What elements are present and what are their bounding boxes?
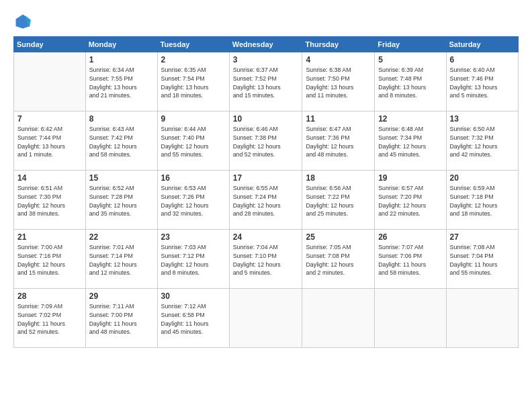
day-number: 11 xyxy=(306,114,371,124)
day-number: 17 xyxy=(233,173,299,183)
calendar-cell xyxy=(14,52,86,111)
page: SundayMondayTuesdayWednesdayThursdayFrid… xyxy=(0,0,532,411)
calendar-header-row: SundayMondayTuesdayWednesdayThursdayFrid… xyxy=(14,37,519,52)
calendar: SundayMondayTuesdayWednesdayThursdayFrid… xyxy=(13,36,519,348)
calendar-cell: 30Sunrise: 7:12 AM Sunset: 6:58 PM Dayli… xyxy=(157,289,229,348)
day-number: 2 xyxy=(161,55,226,64)
day-info: Sunrise: 7:09 AM Sunset: 7:02 PM Dayligh… xyxy=(17,302,82,336)
day-of-week-header: Sunday xyxy=(14,37,86,52)
calendar-cell: 14Sunrise: 6:51 AM Sunset: 7:30 PM Dayli… xyxy=(14,171,86,230)
calendar-cell: 28Sunrise: 7:09 AM Sunset: 7:02 PM Dayli… xyxy=(14,289,86,348)
day-info: Sunrise: 7:04 AM Sunset: 7:10 PM Dayligh… xyxy=(233,243,299,277)
calendar-week-row: 14Sunrise: 6:51 AM Sunset: 7:30 PM Dayli… xyxy=(14,171,519,230)
day-info: Sunrise: 6:40 AM Sunset: 7:46 PM Dayligh… xyxy=(450,66,515,100)
logo-icon xyxy=(13,12,32,31)
day-number: 9 xyxy=(161,114,226,124)
day-number: 26 xyxy=(378,232,442,242)
day-number: 13 xyxy=(450,114,515,124)
day-info: Sunrise: 6:42 AM Sunset: 7:44 PM Dayligh… xyxy=(17,125,82,159)
day-number: 7 xyxy=(17,114,82,124)
day-number: 28 xyxy=(17,291,82,301)
day-info: Sunrise: 6:39 AM Sunset: 7:48 PM Dayligh… xyxy=(378,66,442,100)
day-info: Sunrise: 7:03 AM Sunset: 7:12 PM Dayligh… xyxy=(161,243,226,277)
calendar-cell: 12Sunrise: 6:48 AM Sunset: 7:34 PM Dayli… xyxy=(375,111,446,171)
calendar-cell: 4Sunrise: 6:38 AM Sunset: 7:50 PM Daylig… xyxy=(302,52,375,111)
calendar-week-row: 1Sunrise: 6:34 AM Sunset: 7:55 PM Daylig… xyxy=(14,52,519,111)
calendar-cell: 21Sunrise: 7:00 AM Sunset: 7:16 PM Dayli… xyxy=(14,230,86,289)
calendar-cell: 10Sunrise: 6:46 AM Sunset: 7:38 PM Dayli… xyxy=(229,111,302,171)
day-info: Sunrise: 6:55 AM Sunset: 7:24 PM Dayligh… xyxy=(233,184,299,218)
day-info: Sunrise: 7:07 AM Sunset: 7:06 PM Dayligh… xyxy=(378,243,442,277)
day-of-week-header: Thursday xyxy=(302,37,375,52)
calendar-cell xyxy=(229,289,302,348)
calendar-cell xyxy=(446,289,518,348)
day-number: 20 xyxy=(450,173,515,183)
day-number: 30 xyxy=(161,291,226,301)
calendar-cell: 13Sunrise: 6:50 AM Sunset: 7:32 PM Dayli… xyxy=(446,111,518,171)
calendar-week-row: 21Sunrise: 7:00 AM Sunset: 7:16 PM Dayli… xyxy=(14,230,519,289)
calendar-week-row: 7Sunrise: 6:42 AM Sunset: 7:44 PM Daylig… xyxy=(14,111,519,171)
day-info: Sunrise: 7:12 AM Sunset: 6:58 PM Dayligh… xyxy=(161,302,226,336)
day-info: Sunrise: 6:50 AM Sunset: 7:32 PM Dayligh… xyxy=(450,125,515,159)
day-of-week-header: Saturday xyxy=(446,37,518,52)
day-info: Sunrise: 6:43 AM Sunset: 7:42 PM Dayligh… xyxy=(89,125,154,159)
day-number: 23 xyxy=(161,232,226,242)
calendar-cell: 20Sunrise: 6:59 AM Sunset: 7:18 PM Dayli… xyxy=(446,171,518,230)
calendar-cell: 5Sunrise: 6:39 AM Sunset: 7:48 PM Daylig… xyxy=(375,52,446,111)
calendar-cell xyxy=(302,289,375,348)
day-info: Sunrise: 6:34 AM Sunset: 7:55 PM Dayligh… xyxy=(89,66,154,100)
day-number: 12 xyxy=(378,114,442,124)
calendar-week-row: 28Sunrise: 7:09 AM Sunset: 7:02 PM Dayli… xyxy=(14,289,519,348)
calendar-cell: 9Sunrise: 6:44 AM Sunset: 7:40 PM Daylig… xyxy=(157,111,229,171)
calendar-cell: 11Sunrise: 6:47 AM Sunset: 7:36 PM Dayli… xyxy=(302,111,375,171)
calendar-cell: 17Sunrise: 6:55 AM Sunset: 7:24 PM Dayli… xyxy=(229,171,302,230)
day-info: Sunrise: 6:48 AM Sunset: 7:34 PM Dayligh… xyxy=(378,125,442,159)
calendar-cell: 25Sunrise: 7:05 AM Sunset: 7:08 PM Dayli… xyxy=(302,230,375,289)
day-info: Sunrise: 6:52 AM Sunset: 7:28 PM Dayligh… xyxy=(89,184,154,218)
day-number: 25 xyxy=(306,232,371,242)
calendar-cell: 18Sunrise: 6:56 AM Sunset: 7:22 PM Dayli… xyxy=(302,171,375,230)
day-number: 6 xyxy=(450,55,515,64)
day-info: Sunrise: 6:47 AM Sunset: 7:36 PM Dayligh… xyxy=(306,125,371,159)
calendar-cell: 22Sunrise: 7:01 AM Sunset: 7:14 PM Dayli… xyxy=(85,230,157,289)
day-info: Sunrise: 6:51 AM Sunset: 7:30 PM Dayligh… xyxy=(17,184,82,218)
day-info: Sunrise: 6:53 AM Sunset: 7:26 PM Dayligh… xyxy=(161,184,226,218)
day-number: 27 xyxy=(450,232,515,242)
day-number: 14 xyxy=(17,173,82,183)
day-info: Sunrise: 6:38 AM Sunset: 7:50 PM Dayligh… xyxy=(306,66,371,100)
header xyxy=(13,12,519,31)
day-info: Sunrise: 6:44 AM Sunset: 7:40 PM Dayligh… xyxy=(161,125,226,159)
calendar-cell xyxy=(375,289,446,348)
day-number: 19 xyxy=(378,173,442,183)
day-of-week-header: Friday xyxy=(375,37,446,52)
day-number: 10 xyxy=(233,114,299,124)
day-number: 4 xyxy=(306,55,371,64)
logo xyxy=(13,12,35,31)
day-number: 8 xyxy=(89,114,154,124)
calendar-cell: 16Sunrise: 6:53 AM Sunset: 7:26 PM Dayli… xyxy=(157,171,229,230)
day-of-week-header: Monday xyxy=(85,37,157,52)
calendar-cell: 1Sunrise: 6:34 AM Sunset: 7:55 PM Daylig… xyxy=(85,52,157,111)
calendar-cell: 15Sunrise: 6:52 AM Sunset: 7:28 PM Dayli… xyxy=(85,171,157,230)
day-of-week-header: Tuesday xyxy=(157,37,229,52)
day-number: 21 xyxy=(17,232,82,242)
day-info: Sunrise: 7:00 AM Sunset: 7:16 PM Dayligh… xyxy=(17,243,82,277)
calendar-cell: 3Sunrise: 6:37 AM Sunset: 7:52 PM Daylig… xyxy=(229,52,302,111)
calendar-cell: 2Sunrise: 6:35 AM Sunset: 7:54 PM Daylig… xyxy=(157,52,229,111)
day-info: Sunrise: 7:01 AM Sunset: 7:14 PM Dayligh… xyxy=(89,243,154,277)
calendar-cell: 27Sunrise: 7:08 AM Sunset: 7:04 PM Dayli… xyxy=(446,230,518,289)
calendar-cell: 19Sunrise: 6:57 AM Sunset: 7:20 PM Dayli… xyxy=(375,171,446,230)
day-number: 15 xyxy=(89,173,154,183)
day-number: 16 xyxy=(161,173,226,183)
day-info: Sunrise: 6:37 AM Sunset: 7:52 PM Dayligh… xyxy=(233,66,299,100)
calendar-cell: 29Sunrise: 7:11 AM Sunset: 7:00 PM Dayli… xyxy=(85,289,157,348)
day-info: Sunrise: 6:59 AM Sunset: 7:18 PM Dayligh… xyxy=(450,184,515,218)
day-info: Sunrise: 6:35 AM Sunset: 7:54 PM Dayligh… xyxy=(161,66,226,100)
day-info: Sunrise: 6:56 AM Sunset: 7:22 PM Dayligh… xyxy=(306,184,371,218)
day-number: 22 xyxy=(89,232,154,242)
day-info: Sunrise: 6:46 AM Sunset: 7:38 PM Dayligh… xyxy=(233,125,299,159)
calendar-cell: 7Sunrise: 6:42 AM Sunset: 7:44 PM Daylig… xyxy=(14,111,86,171)
calendar-cell: 8Sunrise: 6:43 AM Sunset: 7:42 PM Daylig… xyxy=(85,111,157,171)
day-number: 5 xyxy=(378,55,442,64)
day-number: 1 xyxy=(89,55,154,64)
